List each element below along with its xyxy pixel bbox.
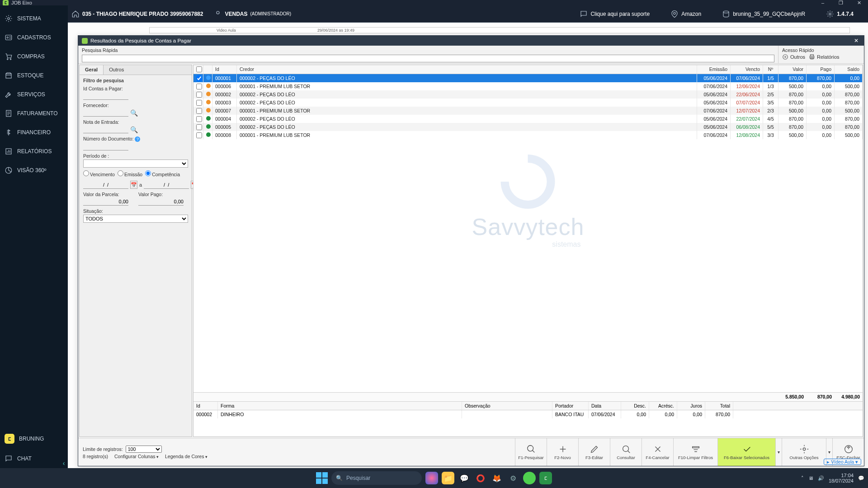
- sidebar-item-label: ESTOQUE: [17, 72, 43, 79]
- select-all-checkbox[interactable]: [196, 66, 202, 72]
- start-button[interactable]: [316, 472, 328, 484]
- table-row[interactable]: 000002000002 - PEÇAS DO LÉO 05/06/202422…: [193, 90, 863, 99]
- action-f1-pesquisar[interactable]: F1-Pesquisar: [515, 438, 547, 466]
- table-row[interactable]: 000003000002 - PEÇAS DO LÉO 05/06/202407…: [193, 99, 863, 107]
- vpago-input[interactable]: [138, 198, 184, 206]
- window-close-button[interactable]: ✕: [852, 37, 860, 45]
- periodo-select[interactable]: [83, 160, 188, 168]
- tb-whatsapp[interactable]: 💬: [458, 472, 471, 484]
- taskbar-search[interactable]: 🔍 Pesquisar: [331, 471, 422, 485]
- radio-vencimento[interactable]: Vencimento: [83, 170, 115, 177]
- sidebar-collapse[interactable]: ‹: [60, 459, 68, 467]
- col-vencto[interactable]: Vencto: [731, 65, 763, 74]
- quick-search-input[interactable]: [82, 55, 774, 62]
- tb-opera[interactable]: ⭕: [474, 472, 487, 484]
- tb-copilot[interactable]: [425, 472, 438, 484]
- date-from-input[interactable]: [83, 181, 128, 189]
- action-f4-cancelar[interactable]: F4-Cancelar: [642, 438, 673, 466]
- sidebar-item-cadastros[interactable]: CADASTROS: [0, 28, 68, 47]
- tab-geral[interactable]: Geral: [80, 65, 104, 75]
- limit-select[interactable]: 100: [126, 446, 162, 453]
- row-checkbox[interactable]: [196, 75, 202, 81]
- row-checkbox[interactable]: [196, 100, 202, 106]
- id-contas-input[interactable]: [83, 92, 128, 100]
- sidebar-item-serviços[interactable]: SERVIÇOS: [0, 85, 68, 104]
- action-f6-baixar-selecionados[interactable]: F6-Baixar Selecionados: [717, 438, 775, 466]
- sidebar-chat[interactable]: CHAT: [0, 449, 68, 468]
- action-consultar[interactable]: Consultar: [610, 438, 642, 466]
- date-from-cal-icon[interactable]: 📅: [130, 181, 137, 189]
- table-row[interactable]: 000001000002 - PEÇAS DO LÉO 05/06/202407…: [193, 74, 863, 82]
- col-no[interactable]: Nº: [763, 65, 778, 74]
- col-credor[interactable]: Credor: [237, 65, 697, 74]
- fornecedor-search-icon[interactable]: 🔍: [130, 109, 138, 117]
- sidebar-item-relatórios[interactable]: RELATÓRIOS: [0, 142, 68, 161]
- sidebar-item-estoque[interactable]: ESTOQUE: [0, 66, 68, 85]
- search-icon: 🔍: [336, 475, 343, 481]
- table-row[interactable]: 000005000002 - PEÇAS DO LÉO 05/06/202406…: [193, 123, 863, 131]
- sidebar-item-sistema[interactable]: SISTEMA: [0, 9, 68, 28]
- date-to-input[interactable]: [144, 181, 189, 189]
- videoaula-link[interactable]: ▸ Vídeo Aula ▾: [824, 459, 861, 465]
- support-link[interactable]: Clique aqui para suporte: [580, 10, 650, 18]
- config-columns-link[interactable]: Configurar Colunas: [114, 454, 159, 459]
- radio-emissao[interactable]: Emissão: [118, 170, 142, 177]
- row-checkbox[interactable]: [196, 132, 202, 138]
- row-checkbox[interactable]: [196, 124, 202, 130]
- table-row[interactable]: 000008000001 - PREMIUM LUB SETOR 07/06/2…: [193, 131, 863, 139]
- table-row[interactable]: 000006000001 - PREMIUM LUB SETOR 07/06/2…: [193, 82, 863, 90]
- minimize-button[interactable]: –: [814, 0, 832, 5]
- col-pago[interactable]: Pago: [807, 65, 835, 74]
- col-emissao[interactable]: Emissão: [697, 65, 731, 74]
- action-dropdown[interactable]: ▾: [775, 438, 782, 466]
- nota-input[interactable]: [83, 126, 128, 133]
- sidebar-bruning[interactable]: ⵎBRUNING: [0, 428, 68, 449]
- sidebar: SISTEMA CADASTROS COMPRAS ESTOQUE SERVIÇ…: [0, 5, 68, 468]
- vparcela-input[interactable]: [83, 198, 128, 206]
- action-f3-editar[interactable]: F3-Editar: [578, 438, 610, 466]
- sidebar-item-faturamento[interactable]: FATURAMENTO: [0, 104, 68, 123]
- subgrid-row[interactable]: 000002 DINHEIRO BANCO ITAU 07/06/2024 0,…: [193, 410, 863, 418]
- table-row[interactable]: 000007000001 - PREMIUM LUB SETOR 07/06/2…: [193, 107, 863, 115]
- tray-volume-icon[interactable]: 🔊: [818, 475, 824, 481]
- tb-explorer[interactable]: 📁: [442, 472, 454, 484]
- row-checkbox[interactable]: [196, 116, 202, 122]
- amazon-status[interactable]: Amazon: [670, 10, 701, 18]
- col-id[interactable]: Id: [212, 65, 237, 74]
- col-valor[interactable]: Valor: [778, 65, 807, 74]
- nota-search-icon[interactable]: 🔍: [130, 126, 138, 133]
- fornecedor-input[interactable]: [83, 109, 128, 117]
- close-button[interactable]: ✕: [850, 0, 868, 5]
- row-checkbox[interactable]: [196, 92, 202, 98]
- tb-firefox[interactable]: 🦊: [491, 472, 503, 484]
- radio-competencia[interactable]: Competência: [145, 170, 180, 177]
- color-legend-link[interactable]: Legenda de Cores: [165, 454, 208, 459]
- col-saldo[interactable]: Saldo: [835, 65, 863, 74]
- tray-clock[interactable]: 17:0418/07/2024: [829, 473, 854, 483]
- help-icon[interactable]: ?: [135, 136, 140, 142]
- maximize-button[interactable]: ❐: [832, 0, 850, 5]
- tray-network-icon[interactable]: 🖥: [808, 475, 813, 481]
- numdoc-input[interactable]: [83, 143, 128, 150]
- outros-button[interactable]: Outros: [782, 54, 805, 60]
- tb-settings[interactable]: ⚙: [507, 472, 519, 484]
- sidebar-item-financeiro[interactable]: FINANCEIRO: [0, 123, 68, 142]
- table-row[interactable]: 000004000002 - PEÇAS DO LÉO 05/06/202422…: [193, 115, 863, 123]
- svg-point-10: [723, 11, 729, 13]
- row-checkbox[interactable]: [196, 108, 202, 114]
- sidebar-item-label: SERVIÇOS: [17, 91, 45, 98]
- tb-job[interactable]: ⵎ: [539, 472, 552, 484]
- action-f10-limpar-filtros[interactable]: F10-Limpar Filtros: [673, 438, 717, 466]
- action-outras-op-es[interactable]: Outras Opções: [782, 438, 826, 466]
- relatorios-button[interactable]: Relatórios: [809, 54, 840, 60]
- situacao-select[interactable]: TODOS: [83, 215, 188, 223]
- row-checkbox[interactable]: [196, 84, 202, 89]
- tray-notifications-icon[interactable]: 💬: [858, 475, 864, 481]
- sidebar-item-compras[interactable]: COMPRAS: [0, 47, 68, 66]
- total-pago: 870,00: [807, 393, 835, 401]
- tb-app1[interactable]: [523, 472, 536, 484]
- tab-outros[interactable]: Outros: [104, 65, 129, 75]
- tray-chevron[interactable]: ˄: [801, 475, 804, 481]
- action-f2-novo[interactable]: F2-Novo: [547, 438, 578, 466]
- sidebar-item-visão 360º[interactable]: VISÃO 360º: [0, 161, 68, 180]
